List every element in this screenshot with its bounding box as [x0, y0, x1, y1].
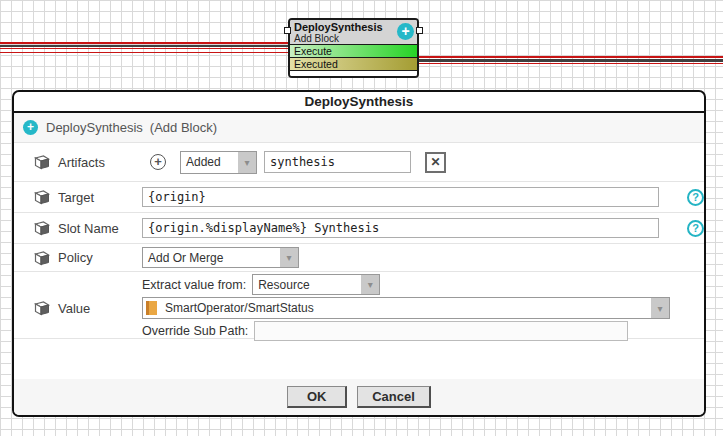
- dialog-spacer: [14, 338, 704, 379]
- target-row: Target ?: [14, 181, 704, 212]
- value-controls: Extract value from: Resource ▾ SmartOper…: [142, 272, 670, 343]
- block-properties-dialog: DeploySynthesis + DeploySynthesis (Add B…: [12, 90, 706, 417]
- value-label: Value: [58, 301, 90, 316]
- slot-name-label-group: Slot Name: [14, 219, 142, 237]
- dialog-title: DeploySynthesis: [305, 94, 414, 109]
- wire-left-red-bottom: [0, 52, 288, 54]
- value-row: Value Extract value from: Resource ▾ Sma…: [14, 271, 704, 338]
- cube-icon: [33, 219, 51, 237]
- extract-source-value: Resource: [253, 275, 361, 294]
- dialog-block-name: DeploySynthesis: [46, 120, 143, 135]
- dialog-footer: OK Cancel: [14, 379, 704, 415]
- policy-dropdown[interactable]: Add Or Merge ▾: [142, 247, 299, 268]
- policy-label: Policy: [58, 250, 93, 265]
- extract-value-row: Extract value from: Resource ▾: [142, 274, 670, 295]
- resource-row: SmartOperator/SmartStatus ▾: [142, 297, 670, 319]
- dialog-titlebar: DeploySynthesis: [14, 92, 704, 113]
- wire-right-red-bottom: [419, 63, 723, 65]
- cube-icon: [33, 188, 51, 206]
- slot-name-row: Slot Name ?: [14, 212, 704, 243]
- wire-left-dark: [0, 45, 288, 47]
- node-title: DeploySynthesis: [294, 21, 413, 33]
- artifacts-label-group: Artifacts: [14, 153, 142, 171]
- override-sub-path-label: Override Sub Path:: [142, 324, 248, 338]
- override-sub-path-row: Override Sub Path:: [142, 321, 670, 341]
- node-add-icon[interactable]: +: [397, 23, 414, 40]
- policy-label-group: Policy: [14, 249, 142, 267]
- remove-artifact-button[interactable]: ✕: [425, 152, 446, 173]
- node-subtitle: Add Block: [294, 33, 413, 44]
- cancel-button[interactable]: Cancel: [357, 386, 431, 408]
- artifacts-label: Artifacts: [58, 155, 105, 170]
- chevron-down-icon[interactable]: ▾: [238, 152, 256, 173]
- dialog-block-header: + DeploySynthesis (Add Block): [14, 113, 704, 142]
- cube-icon: [33, 299, 51, 317]
- ok-button[interactable]: OK: [287, 386, 347, 408]
- wire-right-dark: [419, 59, 723, 62]
- cube-icon: [33, 249, 51, 267]
- wire-left-red-top: [0, 42, 288, 44]
- node-output-pin[interactable]: [416, 27, 423, 34]
- target-label: Target: [58, 190, 94, 205]
- node-input-pin[interactable]: [284, 27, 291, 34]
- node-row-empty: [290, 70, 417, 78]
- artifact-name-input[interactable]: [264, 151, 411, 173]
- value-label-group: Value: [14, 299, 142, 317]
- policy-value: Add Or Merge: [143, 248, 280, 267]
- target-label-group: Target: [14, 188, 142, 206]
- artifact-mode-value: Added: [181, 152, 238, 173]
- resource-value: SmartOperator/SmartStatus: [163, 298, 651, 318]
- extract-source-dropdown[interactable]: Resource ▾: [252, 274, 380, 295]
- wire-right-red-top: [419, 56, 723, 58]
- dialog-block-type: (Add Block): [150, 120, 217, 135]
- deploy-synthesis-node[interactable]: DeploySynthesis Add Block + Execute Exec…: [288, 18, 419, 78]
- wire-left-red-mid: [0, 48, 288, 50]
- artifact-mode-dropdown[interactable]: Added ▾: [180, 151, 257, 174]
- target-input[interactable]: [142, 187, 659, 207]
- node-row-executed[interactable]: Executed: [290, 57, 417, 70]
- slot-name-input[interactable]: [142, 218, 659, 238]
- target-help-icon[interactable]: ?: [687, 189, 704, 206]
- node-row-execute[interactable]: Execute: [290, 44, 417, 57]
- artifacts-row: Artifacts + Added ▾ ✕: [14, 142, 704, 181]
- resource-dropdown[interactable]: SmartOperator/SmartStatus ▾: [142, 297, 670, 319]
- slot-name-label: Slot Name: [58, 221, 119, 236]
- chevron-down-icon[interactable]: ▾: [361, 275, 379, 294]
- add-artifact-icon[interactable]: +: [150, 154, 166, 170]
- add-block-icon: +: [23, 120, 38, 135]
- chevron-down-icon[interactable]: ▾: [280, 248, 298, 267]
- chevron-down-icon[interactable]: ▾: [651, 298, 669, 318]
- slot-name-help-icon[interactable]: ?: [687, 220, 704, 237]
- policy-row: Policy Add Or Merge ▾: [14, 243, 704, 271]
- resource-icon: [146, 301, 157, 315]
- node-header[interactable]: DeploySynthesis Add Block +: [290, 20, 417, 44]
- cube-icon: [33, 153, 51, 171]
- extract-value-label: Extract value from:: [142, 278, 246, 292]
- override-sub-path-input[interactable]: [254, 321, 628, 341]
